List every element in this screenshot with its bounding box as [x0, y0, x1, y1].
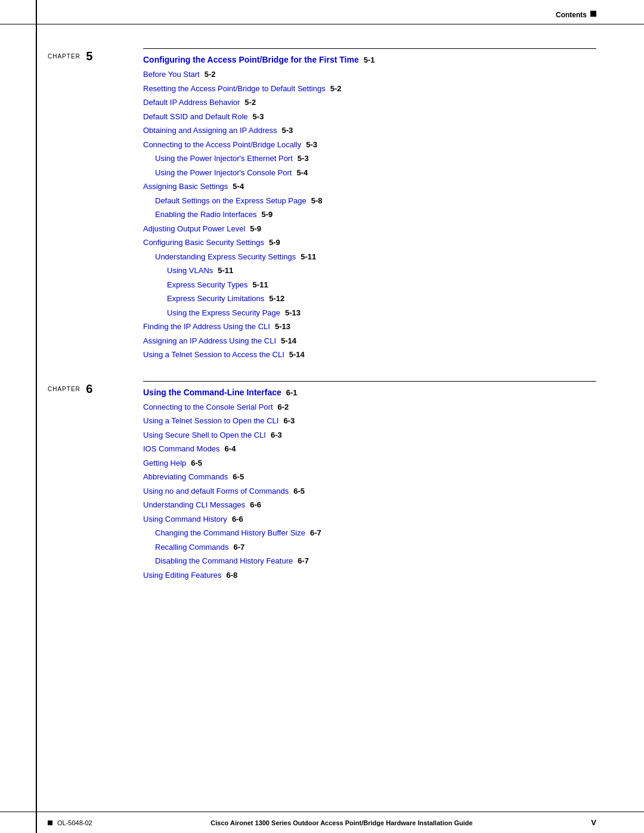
- toc-entry-link[interactable]: Using the Power Injector's Ethernet Port: [143, 153, 293, 165]
- toc-row: Assigning an IP Address Using the CLI5-1…: [143, 335, 596, 347]
- toc-entry-link[interactable]: Enabling the Radio Interfaces: [143, 209, 257, 221]
- toc-entry-link[interactable]: Assigning Basic Settings: [143, 181, 228, 193]
- header-square: [590, 11, 596, 17]
- toc-entries-5: Configuring the Access Point/Bridge for …: [143, 54, 596, 361]
- chapter-block-6: CHAPTER 6Using the Command-Line Interfac…: [48, 381, 596, 584]
- toc-entry-link[interactable]: Express Security Limitations: [143, 293, 264, 305]
- toc-entry-link[interactable]: Connecting to the Console Serial Port: [143, 401, 273, 413]
- toc-entry-page: 5-2: [205, 69, 216, 80]
- toc-row: Default IP Address Behavior5-2: [143, 97, 596, 109]
- toc-entry-link[interactable]: Default Settings on the Express Setup Pa…: [143, 195, 306, 207]
- footer: OL-5048-02 Cisco Aironet 1300 Series Out…: [0, 812, 644, 833]
- toc-entry-page: 6-6: [232, 513, 243, 525]
- chapter-title-row: Configuring the Access Point/Bridge for …: [143, 54, 596, 66]
- toc-row: Using no and default Forms of Commands6-…: [143, 485, 596, 497]
- toc-entry-page: 6-8: [227, 569, 238, 581]
- toc-entry-page: 6-4: [225, 443, 236, 455]
- toc-row: Using the Express Security Page5-13: [143, 307, 596, 319]
- toc-row: Before You Start5-2: [143, 69, 596, 80]
- toc-entry-page: 5-3: [298, 153, 309, 165]
- toc-row: Using the Power Injector's Ethernet Port…: [143, 153, 596, 165]
- chapter-block-5: CHAPTER 5Configuring the Access Point/Br…: [48, 48, 596, 363]
- chapter-right-col: Configuring the Access Point/Bridge for …: [143, 48, 596, 363]
- toc-entry-page: 5-13: [275, 321, 290, 333]
- toc-row: Default Settings on the Express Setup Pa…: [143, 195, 596, 207]
- toc-entry-page: 5-3: [282, 125, 293, 137]
- toc-entry-page: 6-7: [234, 541, 245, 553]
- toc-entry-link[interactable]: Using Command History: [143, 513, 227, 525]
- toc-entry-page: 5-9: [250, 223, 261, 235]
- toc-entry-link[interactable]: Connecting to the Access Point/Bridge Lo…: [143, 139, 301, 151]
- toc-row: Recalling Commands6-7: [143, 541, 596, 553]
- chapter-title-link[interactable]: Configuring the Access Point/Bridge for …: [143, 54, 359, 66]
- toc-entry-link[interactable]: Using a Telnet Session to Open the CLI: [143, 415, 278, 427]
- toc-row: Express Security Limitations5-12: [143, 293, 596, 305]
- toc-entry-link[interactable]: Adjusting Output Power Level: [143, 223, 245, 235]
- toc-entry-link[interactable]: IOS Command Modes: [143, 443, 220, 455]
- chapter-divider: [143, 381, 596, 382]
- contents-label: Contents: [556, 11, 587, 19]
- toc-entry-link[interactable]: Understanding CLI Messages: [143, 499, 245, 511]
- chapter-right-col: Using the Command-Line Interface6-1Conne…: [143, 381, 596, 584]
- footer-page: V: [591, 818, 596, 827]
- toc-row: Getting Help6-5: [143, 457, 596, 469]
- chapter-title-page: 5-1: [364, 54, 375, 66]
- toc-entry-page: 5-4: [296, 167, 308, 179]
- toc-entry-page: 5-11: [218, 265, 233, 277]
- toc-entry-page: 5-13: [285, 307, 301, 319]
- toc-entry-link[interactable]: Default SSID and Default Role: [143, 111, 248, 123]
- toc-row: Using VLANs5-11: [143, 265, 596, 277]
- toc-entry-page: 6-5: [191, 457, 202, 469]
- toc-row: Connecting to the Console Serial Port6-2: [143, 401, 596, 413]
- toc-entry-link[interactable]: Using no and default Forms of Commands: [143, 485, 289, 497]
- toc-entry-link[interactable]: Default IP Address Behavior: [143, 97, 240, 109]
- toc-row: Using Secure Shell to Open the CLI6-3: [143, 429, 596, 441]
- toc-entry-link[interactable]: Before You Start: [143, 69, 200, 80]
- toc-entry-link[interactable]: Obtaining and Assigning an IP Address: [143, 125, 277, 137]
- chapter-label-6: CHAPTER 6: [48, 381, 143, 584]
- toc-entry-link[interactable]: Using a Telnet Session to Access the CLI: [143, 349, 284, 361]
- toc-row: Using Editing Features6-8: [143, 569, 596, 581]
- toc-entry-page: 5-4: [233, 181, 244, 193]
- toc-entry-link[interactable]: Disabling the Command History Feature: [143, 555, 293, 567]
- toc-entry-link[interactable]: Using the Express Security Page: [143, 307, 280, 319]
- chapter-title-row: Using the Command-Line Interface6-1: [143, 386, 596, 399]
- toc-row: Using a Telnet Session to Open the CLI6-…: [143, 415, 596, 427]
- toc-entry-page: 6-7: [310, 527, 321, 539]
- toc-row: Obtaining and Assigning an IP Address5-3: [143, 125, 596, 137]
- toc-entry-link[interactable]: Assigning an IP Address Using the CLI: [143, 335, 276, 347]
- toc-entry-link[interactable]: Getting Help: [143, 457, 186, 469]
- toc-entry-link[interactable]: Configuring Basic Security Settings: [143, 237, 264, 249]
- toc-entry-link[interactable]: Abbreviating Commands: [143, 471, 228, 483]
- footer-title: Cisco Aironet 1300 Series Outdoor Access…: [92, 819, 592, 826]
- toc-entry-page: 5-9: [262, 209, 273, 221]
- toc-entry-link[interactable]: Using Secure Shell to Open the CLI: [143, 429, 266, 441]
- chapter-title-link[interactable]: Using the Command-Line Interface: [143, 386, 281, 399]
- toc-row: Understanding Express Security Settings5…: [143, 251, 596, 263]
- toc-row: Assigning Basic Settings5-4: [143, 181, 596, 193]
- toc-row: Disabling the Command History Feature6-7: [143, 555, 596, 567]
- toc-row: Using the Power Injector's Console Port5…: [143, 167, 596, 179]
- toc-entry-link[interactable]: Using VLANs: [143, 265, 213, 277]
- toc-row: Finding the IP Address Using the CLI5-13: [143, 321, 596, 333]
- toc-entry-link[interactable]: Using the Power Injector's Console Port: [143, 167, 292, 179]
- toc-entry-link[interactable]: Understanding Express Security Settings: [143, 251, 296, 263]
- toc-entry-link[interactable]: Changing the Command History Buffer Size: [143, 527, 305, 539]
- toc-entry-page: 5-3: [253, 111, 264, 123]
- toc-entry-link[interactable]: Using Editing Features: [143, 569, 222, 581]
- toc-entry-link[interactable]: Express Security Types: [143, 279, 248, 291]
- toc-row: Using Command History6-6: [143, 513, 596, 525]
- toc-row: Abbreviating Commands6-5: [143, 471, 596, 483]
- toc-entry-page: 6-3: [271, 429, 282, 441]
- toc-entry-page: 5-14: [281, 335, 296, 347]
- toc-entry-page: 5-2: [244, 97, 256, 109]
- chapter-number: 6: [83, 382, 93, 395]
- toc-entry-link[interactable]: Resetting the Access Point/Bridge to Def…: [143, 83, 326, 95]
- toc-entry-link[interactable]: Recalling Commands: [143, 541, 229, 553]
- toc-entry-page: 5-2: [330, 83, 342, 95]
- toc-entry-link[interactable]: Finding the IP Address Using the CLI: [143, 321, 270, 333]
- chapter-word: CHAPTER: [48, 385, 80, 392]
- toc-row: Default SSID and Default Role5-3: [143, 111, 596, 123]
- footer-left-square: [48, 820, 52, 825]
- toc-row: Adjusting Output Power Level5-9: [143, 223, 596, 235]
